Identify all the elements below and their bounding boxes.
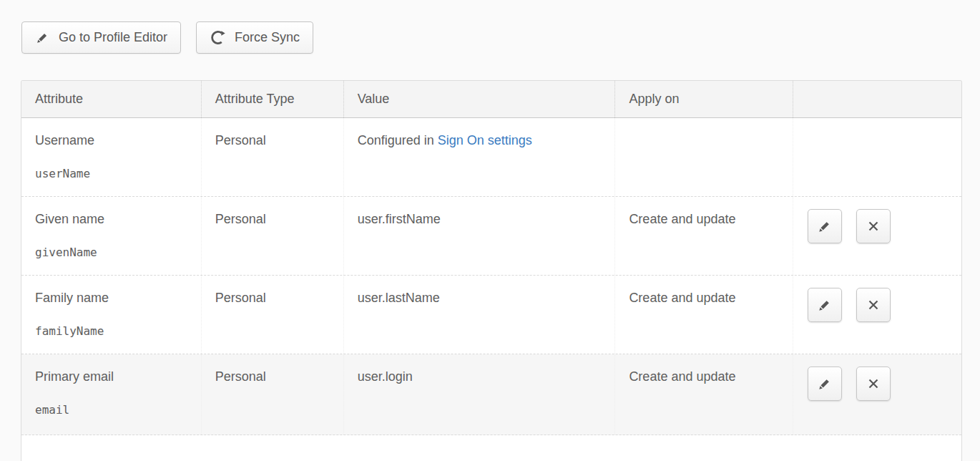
attribute-label: Family name — [35, 290, 190, 306]
column-header-attribute-type: Attribute Type — [201, 81, 343, 117]
delete-mapping-button[interactable] — [856, 367, 891, 401]
attribute-mappings-table: Attribute Attribute Type Value Apply on … — [21, 80, 962, 461]
apply-on-text: Create and update — [629, 369, 781, 384]
column-header-apply-on: Apply on — [614, 81, 793, 117]
value-text: user.login — [358, 369, 604, 384]
attribute-name: givenName — [35, 246, 190, 259]
force-sync-label: Force Sync — [235, 30, 300, 45]
row-actions — [793, 354, 961, 435]
table-header: Attribute Attribute Type Value Apply on — [21, 81, 961, 118]
table-row-primary-email: Primary email email Personal user.login … — [21, 354, 961, 435]
go-to-profile-editor-button[interactable]: Go to Profile Editor — [21, 21, 181, 54]
column-header-attribute: Attribute — [21, 81, 201, 117]
table-row-given-name: Given name givenName Personal user.first… — [21, 197, 961, 276]
x-icon — [866, 377, 881, 391]
attribute-type: Personal — [215, 211, 332, 227]
attribute-name: userName — [35, 167, 190, 180]
sign-on-settings-link[interactable]: Sign On settings — [438, 133, 532, 147]
attribute-label: Primary email — [35, 369, 190, 384]
attribute-type: Personal — [215, 369, 332, 384]
edit-mapping-button[interactable] — [808, 367, 842, 401]
edit-mapping-button[interactable] — [808, 288, 842, 322]
table-row-username: Username userName Personal Configured in… — [21, 118, 961, 197]
apply-on-text: Create and update — [629, 290, 781, 306]
value-prefix: Configured in — [358, 133, 438, 147]
attribute-label: Given name — [35, 211, 190, 227]
force-sync-button[interactable]: Force Sync — [196, 21, 313, 54]
row-actions — [793, 276, 961, 354]
table-row-partial — [21, 435, 961, 461]
refresh-icon — [210, 29, 226, 46]
attribute-type: Personal — [215, 290, 332, 306]
attribute-name: email — [35, 403, 190, 417]
pencil-icon — [817, 218, 833, 234]
value-text: Configured in Sign On settings — [358, 132, 604, 148]
toolbar: Go to Profile Editor Force Sync — [21, 21, 313, 54]
delete-mapping-button[interactable] — [856, 288, 891, 322]
x-icon — [866, 298, 881, 312]
edit-mapping-button[interactable] — [808, 209, 842, 243]
table-row-family-name: Family name familyName Personal user.las… — [21, 276, 961, 354]
delete-mapping-button[interactable] — [856, 209, 891, 243]
value-text: user.firstName — [358, 211, 604, 227]
value-text: user.lastName — [358, 290, 604, 306]
pencil-icon — [817, 376, 833, 392]
pencil-icon — [35, 30, 50, 45]
column-header-value: Value — [343, 81, 615, 117]
column-header-actions — [793, 81, 961, 117]
apply-on-text: Create and update — [629, 211, 781, 227]
row-actions — [793, 197, 961, 275]
x-icon — [866, 219, 881, 233]
attribute-type: Personal — [215, 132, 332, 148]
go-to-profile-editor-label: Go to Profile Editor — [59, 30, 167, 45]
attribute-name: familyName — [35, 324, 190, 338]
attribute-label: Username — [35, 132, 190, 148]
pencil-icon — [817, 297, 833, 313]
